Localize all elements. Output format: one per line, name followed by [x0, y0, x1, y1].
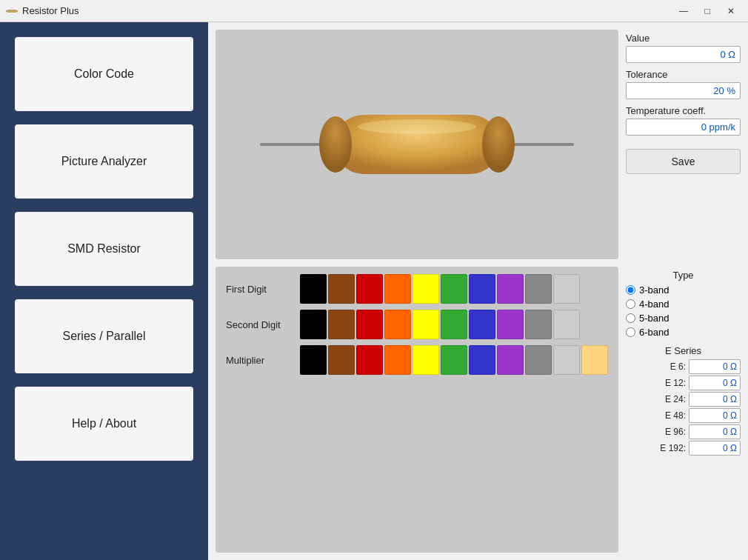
temp-coeff-label: Temperature coeff. [626, 105, 741, 116]
color-swatch-multiplier-6[interactable] [469, 345, 495, 375]
radio-6band[interactable]: 6-band [626, 327, 741, 338]
color-swatch-multiplier-9[interactable] [553, 345, 580, 375]
multiplier-label: Multiplier [226, 355, 300, 366]
maximize-button[interactable]: □ [696, 4, 718, 19]
svg-point-7 [482, 116, 515, 173]
color-swatch-second-digit-5[interactable] [441, 310, 467, 339]
sidebar-btn-help-about[interactable]: Help / About [15, 387, 193, 461]
color-swatch-second-digit-4[interactable] [413, 310, 439, 339]
eseries-e96-input[interactable] [689, 424, 741, 439]
temp-coeff-input[interactable] [626, 119, 741, 136]
color-swatch-multiplier-1[interactable] [328, 345, 355, 375]
resistor-display [216, 30, 618, 259]
eseries-e48-input[interactable] [689, 408, 741, 423]
color-swatch-first-digit-8[interactable] [525, 274, 552, 304]
color-swatch-second-digit-8[interactable] [525, 310, 552, 339]
color-swatch-multiplier-5[interactable] [441, 345, 467, 375]
color-swatch-second-digit-3[interactable] [384, 310, 411, 339]
resistor-image [247, 70, 587, 219]
title-bar: Resistor Plus — □ ✕ [0, 0, 748, 22]
color-swatch-multiplier-3[interactable] [384, 345, 411, 375]
color-swatch-first-digit-0[interactable] [300, 274, 327, 304]
sidebar-btn-color-code[interactable]: Color Code [15, 37, 193, 111]
first-digit-label: First Digit [226, 284, 300, 295]
title-bar-controls: — □ ✕ [672, 4, 742, 19]
svg-point-6 [319, 116, 352, 173]
multiplier-row: Multiplier [226, 345, 608, 375]
eseries-e24: E 24: [626, 392, 741, 407]
tolerance-label: Tolerance [626, 69, 741, 80]
eseries-e48-label: E 48: [665, 410, 686, 421]
second-digit-label: Second Digit [226, 319, 300, 330]
radio-4band-label: 4-band [639, 299, 669, 310]
radio-4band[interactable]: 4-band [626, 299, 741, 310]
sidebar-btn-smd-resistor[interactable]: SMD Resistor [15, 212, 193, 286]
app-title: Resistor Plus [22, 5, 79, 16]
color-swatch-multiplier-7[interactable] [497, 345, 524, 375]
color-swatch-first-digit-7[interactable] [497, 274, 524, 304]
eseries-e96-label: E 96: [665, 427, 686, 437]
eseries-e6-label: E 6: [670, 361, 686, 372]
save-button[interactable]: Save [626, 149, 741, 174]
eseries-e12-input[interactable] [689, 376, 741, 390]
eseries-e24-input[interactable] [689, 392, 741, 407]
top-row: Value Tolerance Temperature coeff. Save [216, 30, 741, 259]
eseries-e192-label: E 192: [660, 443, 686, 453]
eseries-e6: E 6: [626, 359, 741, 374]
bottom-row: First Digit Second Digit Multiplier [216, 267, 741, 553]
color-selector: First Digit Second Digit Multiplier [216, 267, 618, 553]
radio-4band-input[interactable] [626, 299, 635, 309]
radio-3band-input[interactable] [626, 285, 635, 295]
eseries-e192: E 192: [626, 441, 741, 456]
eseries-group: E 6: E 12: E 24: E 48: [626, 359, 741, 457]
color-swatch-first-digit-3[interactable] [384, 274, 411, 304]
radio-5band-label: 5-band [639, 313, 669, 324]
type-label: Type [626, 270, 741, 281]
color-swatch-first-digit-4[interactable] [413, 274, 439, 304]
color-swatch-second-digit-0[interactable] [300, 310, 327, 339]
eseries-e24-label: E 24: [665, 394, 686, 404]
eseries-label: E Series [626, 345, 741, 356]
second-digit-row: Second Digit [226, 310, 608, 339]
color-swatch-first-digit-1[interactable] [328, 274, 355, 304]
value-input[interactable] [626, 46, 741, 63]
value-panel: Value Tolerance Temperature coeff. Save [626, 30, 741, 259]
color-swatch-multiplier-4[interactable] [413, 345, 439, 375]
radio-5band-input[interactable] [626, 313, 635, 323]
color-swatch-second-digit-2[interactable] [356, 310, 383, 339]
tolerance-input[interactable] [626, 82, 741, 99]
radio-3band[interactable]: 3-band [626, 284, 741, 296]
type-panel: Type 3-band 4-band 5-band [626, 267, 741, 553]
first-digit-row: First Digit [226, 274, 608, 304]
color-swatch-second-digit-6[interactable] [469, 310, 495, 339]
radio-3band-label: 3-band [639, 284, 669, 296]
eseries-e6-input[interactable] [689, 359, 741, 374]
color-swatch-second-digit-1[interactable] [328, 310, 355, 339]
close-button[interactable]: ✕ [720, 4, 742, 19]
color-swatch-second-digit-9[interactable] [553, 310, 580, 339]
multiplier-strip [300, 345, 608, 375]
color-swatch-first-digit-2[interactable] [356, 274, 383, 304]
color-swatch-second-digit-7[interactable] [497, 310, 524, 339]
color-swatch-first-digit-9[interactable] [553, 274, 580, 304]
sidebar: Color Code Picture Analyzer SMD Resistor… [0, 22, 208, 560]
radio-6band-input[interactable] [626, 327, 635, 337]
sidebar-btn-picture-analyzer[interactable]: Picture Analyzer [15, 124, 193, 199]
title-bar-left: Resistor Plus [6, 5, 79, 17]
right-panel: Value Tolerance Temperature coeff. Save … [208, 22, 748, 560]
eseries-e192-input[interactable] [689, 441, 741, 456]
color-swatch-multiplier-10[interactable] [581, 345, 608, 375]
eseries-e12-label: E 12: [665, 378, 686, 388]
value-label: Value [626, 33, 741, 44]
color-swatch-first-digit-5[interactable] [441, 274, 467, 304]
band-type-group: 3-band 4-band 5-band 6-band [626, 284, 741, 338]
color-swatch-multiplier-8[interactable] [525, 345, 552, 375]
color-swatch-multiplier-0[interactable] [300, 345, 327, 375]
sidebar-btn-series-parallel[interactable]: Series / Parallel [15, 299, 193, 373]
color-swatch-first-digit-6[interactable] [469, 274, 495, 304]
eseries-e12: E 12: [626, 376, 741, 390]
minimize-button[interactable]: — [672, 4, 695, 19]
first-digit-strip [300, 274, 608, 304]
radio-5band[interactable]: 5-band [626, 313, 741, 324]
color-swatch-multiplier-2[interactable] [356, 345, 383, 375]
